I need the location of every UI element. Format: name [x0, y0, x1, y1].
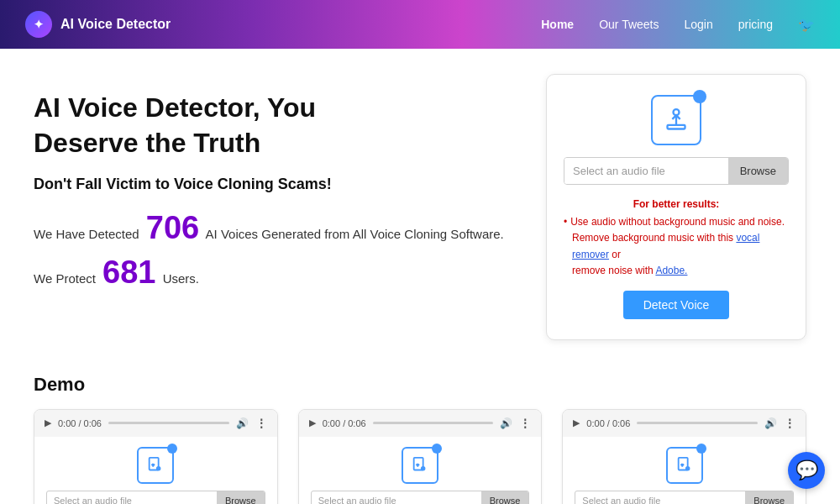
subtitle: Don't Fall Victim to Voice Cloning Scams…	[34, 176, 512, 193]
card-file-row-1: Select an audio file Browse	[311, 491, 530, 504]
card-placeholder-2: Select an audio file	[575, 491, 745, 504]
twitter-icon[interactable]: 🐦	[798, 17, 815, 33]
card-browse-1[interactable]: Browse	[481, 491, 529, 504]
audio-time-0: 0:00 / 0:06	[58, 418, 102, 428]
brand: ✦ AI Voice Detector	[25, 11, 171, 38]
nav-pricing[interactable]: pricing	[738, 18, 773, 31]
demo-section: Demo ▶ 0:00 / 0:06 🔊 ⋮ Se	[0, 365, 840, 504]
volume-icon-0[interactable]: 🔊	[236, 417, 249, 429]
protect-prefix: We Protect	[34, 271, 96, 286]
card-upload-icon-2	[666, 447, 703, 484]
main-content: AI Voice Detector, You Deserve the Truth…	[0, 49, 840, 365]
navbar: ✦ AI Voice Detector Home Our Tweets Logi…	[0, 0, 840, 49]
demo-card-0: ▶ 0:00 / 0:06 🔊 ⋮ Select an audio file B…	[34, 409, 278, 504]
stat-prefix: We Have Detected	[34, 227, 139, 241]
audio-time-1: 0:00 / 0:06	[323, 418, 366, 428]
left-section: AI Voice Detector, You Deserve the Truth…	[34, 74, 512, 340]
demo-card-2: ▶ 0:00 / 0:06 🔊 ⋮ Select an audio file B…	[562, 409, 806, 504]
nav-links: Home Our Tweets Login pricing 🐦	[541, 17, 815, 33]
progress-bar-1[interactable]	[373, 422, 494, 424]
chat-icon-button[interactable]: 💬	[788, 452, 825, 489]
stat-number-detected: 706	[146, 210, 199, 245]
card-placeholder-0: Select an audio file	[47, 491, 217, 504]
audio-time-2: 0:00 / 0:06	[586, 418, 630, 428]
file-placeholder: Select an audio file	[564, 158, 728, 184]
card-file-row-2: Select an audio file Browse	[575, 491, 794, 504]
tip-line1: Use audio without background music and n…	[570, 214, 785, 230]
protect-suffix: Users.	[163, 271, 199, 286]
stat-line-protect: We Protect 681 Users.	[34, 255, 512, 291]
play-icon-1[interactable]: ▶	[309, 417, 316, 428]
upload-tips: For better results: • Use audio without …	[564, 197, 789, 279]
card-file-row-0: Select an audio file Browse	[46, 491, 265, 504]
demo-card-1: ▶ 0:00 / 0:06 🔊 ⋮ Select an audio file B…	[298, 409, 543, 504]
nav-tweets[interactable]: Our Tweets	[599, 18, 659, 31]
card-body-0: Select an audio file Browse Biden Record…	[34, 437, 277, 504]
upload-icon	[651, 95, 701, 145]
audio-player-0: ▶ 0:00 / 0:06 🔊 ⋮	[34, 410, 277, 437]
adobe-link[interactable]: Adobe.	[655, 265, 687, 276]
demo-cards: ▶ 0:00 / 0:06 🔊 ⋮ Select an audio file B…	[34, 409, 806, 504]
card-body-1: Select an audio file Browse Rogan Record…	[299, 437, 542, 504]
nav-login[interactable]: Login	[684, 18, 712, 31]
progress-bar-2[interactable]	[637, 422, 758, 424]
file-input-row: Select an audio file Browse	[564, 157, 789, 185]
tip-line3: remove noise with Adobe.	[572, 263, 789, 279]
tip-title: For better results:	[564, 197, 789, 213]
card-placeholder-1: Select an audio file	[312, 491, 481, 504]
audio-player-2: ▶ 0:00 / 0:06 🔊 ⋮	[563, 410, 806, 437]
svg-rect-0	[668, 125, 685, 129]
main-title: AI Voice Detector, You Deserve the Truth	[34, 91, 386, 160]
volume-icon-1[interactable]: 🔊	[500, 417, 512, 429]
audio-player-1: ▶ 0:00 / 0:06 🔊 ⋮	[299, 410, 542, 437]
card-body-2: Select an audio file Browse Morgan Recor…	[563, 437, 806, 504]
more-icon-0[interactable]: ⋮	[255, 417, 267, 430]
play-icon-2[interactable]: ▶	[573, 417, 580, 428]
stat-suffix: AI Voices Generated from All Voice Cloni…	[206, 227, 504, 241]
more-icon-1[interactable]: ⋮	[519, 417, 531, 430]
tip-bullet: •	[564, 214, 567, 230]
svg-point-4	[421, 466, 426, 471]
volume-icon-2[interactable]: 🔊	[764, 417, 777, 429]
card-upload-icon-1	[402, 447, 438, 484]
stat-number-protect: 681	[102, 255, 155, 290]
nav-home[interactable]: Home	[541, 18, 574, 31]
svg-point-2	[156, 466, 161, 471]
more-icon-2[interactable]: ⋮	[784, 417, 795, 430]
card-browse-0[interactable]: Browse	[217, 491, 265, 504]
demo-title: Demo	[34, 374, 806, 396]
card-upload-icon-0	[137, 447, 174, 484]
progress-bar-0[interactable]	[108, 422, 229, 424]
play-icon-0[interactable]: ▶	[45, 417, 51, 428]
stat-line-detected: We Have Detected 706 AI Voices Generated…	[34, 210, 512, 246]
tip-line2: Remove background music with this vocal …	[572, 230, 789, 262]
browse-button[interactable]: Browse	[728, 158, 788, 184]
svg-point-6	[685, 466, 690, 471]
upload-box: Select an audio file Browse For better r…	[546, 74, 806, 340]
brand-name: AI Voice Detector	[60, 17, 171, 32]
brand-icon: ✦	[25, 11, 52, 38]
detect-button[interactable]: Detect Voice	[623, 291, 730, 319]
card-browse-2[interactable]: Browse	[745, 491, 793, 504]
